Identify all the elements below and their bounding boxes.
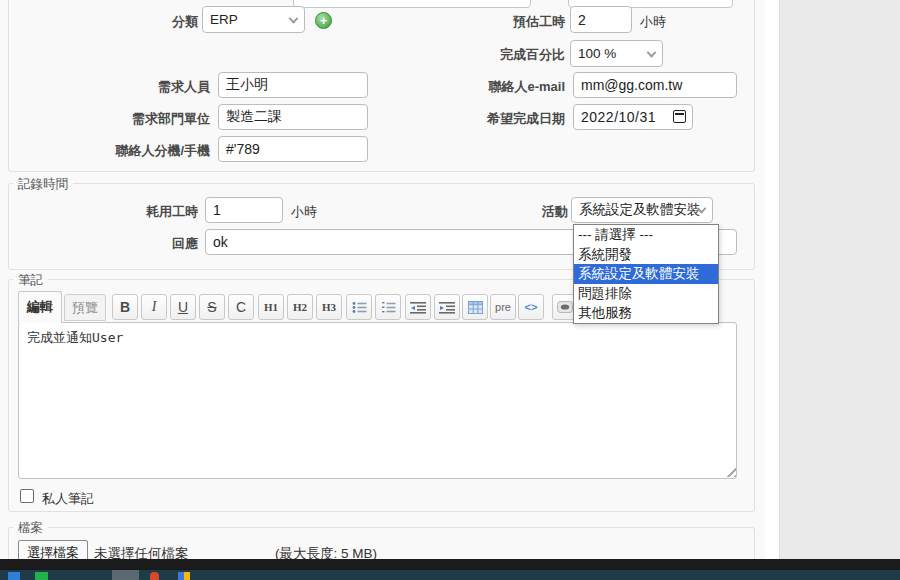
contact-email-label: 聯絡人e-mail xyxy=(385,78,565,96)
spent-hours-input[interactable] xyxy=(205,197,283,223)
requester-label: 需求人員 xyxy=(30,78,210,96)
notes-textarea[interactable]: 完成並通知User xyxy=(18,322,737,479)
notes-legend: 筆記 xyxy=(13,272,48,289)
tab-preview[interactable]: 預覽 xyxy=(64,294,106,321)
taskbar[interactable] xyxy=(0,570,900,580)
inline-code-button[interactable]: C xyxy=(228,294,254,320)
contact-email-input[interactable] xyxy=(573,72,737,98)
files-legend: 檔案 xyxy=(13,520,48,537)
chevron-down-icon xyxy=(289,13,299,23)
preformatted-button[interactable]: pre xyxy=(490,294,516,320)
tab-edit[interactable]: 編輯 xyxy=(18,291,62,323)
window-bottom-edge xyxy=(0,559,900,570)
contact-phone-input[interactable] xyxy=(218,136,368,162)
activity-option[interactable]: --- 請選擇 --- xyxy=(574,225,718,245)
taskbar-app-icon-blue[interactable] xyxy=(8,572,20,580)
add-category-button[interactable]: + xyxy=(315,12,332,29)
desktop-background xyxy=(779,0,900,580)
activity-select[interactable]: 系統設定及軟體安裝 xyxy=(571,197,713,223)
underline-button[interactable]: U xyxy=(170,294,196,320)
done-ratio-label: 完成百分比 xyxy=(385,46,565,64)
indent-icon[interactable] xyxy=(434,294,460,320)
contact-phone-label: 聯絡人分機/手機 xyxy=(30,142,210,160)
strikethrough-button[interactable]: S xyxy=(199,294,225,320)
estimated-hours-input[interactable] xyxy=(570,6,632,33)
chevron-down-icon xyxy=(647,47,657,57)
log-time-legend: 記錄時間 xyxy=(13,176,73,193)
activity-option[interactable]: 系統開發 xyxy=(574,245,718,265)
calendar-icon[interactable] xyxy=(673,110,686,123)
page-scrollbar[interactable] xyxy=(765,0,779,559)
subject-input-cutoff[interactable] xyxy=(293,0,531,8)
activity-option[interactable]: 其他服務 xyxy=(574,303,718,323)
private-notes-checkbox[interactable] xyxy=(20,489,34,503)
outdent-icon[interactable] xyxy=(405,294,431,320)
activity-option[interactable]: 問題排除 xyxy=(574,284,718,304)
heading3-button[interactable]: H3 xyxy=(316,294,342,320)
heading1-button[interactable]: H1 xyxy=(258,294,284,320)
private-notes-label: 私人筆記 xyxy=(42,490,94,508)
reply-label: 回應 xyxy=(18,235,198,253)
taskbar-active-app[interactable] xyxy=(112,570,139,580)
requester-input[interactable] xyxy=(218,72,368,98)
category-select[interactable]: ERP xyxy=(202,6,305,33)
bold-button[interactable]: B xyxy=(112,294,138,320)
done-ratio-select[interactable]: 100 % xyxy=(570,40,663,67)
activity-option-selected[interactable]: 系統設定及軟體安裝 xyxy=(574,264,718,284)
app-window: 分類 ERP + 預估工時 小時 完成百分比 100 % 需求人員 聯絡人e-m… xyxy=(0,0,900,580)
spent-hours-label: 耗用工時 xyxy=(18,203,198,221)
taskbar-app-icon-orange[interactable] xyxy=(150,572,159,580)
code-block-button[interactable]: <> xyxy=(518,294,544,320)
table-icon[interactable] xyxy=(462,294,488,320)
spent-hours-unit: 小時 xyxy=(291,203,317,221)
department-label: 需求部門單位 xyxy=(30,110,210,128)
taskbar-app-icon-multicolor[interactable] xyxy=(184,572,190,580)
category-label: 分類 xyxy=(18,13,198,31)
heading2-button[interactable]: H2 xyxy=(287,294,313,320)
ordered-list-icon[interactable] xyxy=(375,294,401,320)
department-input[interactable] xyxy=(218,104,368,130)
estimated-hours-unit: 小時 xyxy=(640,13,666,31)
unordered-list-icon[interactable] xyxy=(346,294,372,320)
due-date-input[interactable]: 2022/10/31 xyxy=(573,104,693,130)
activity-dropdown-list: --- 請選擇 --- 系統開發 系統設定及軟體安裝 問題排除 其他服務 xyxy=(573,224,719,324)
taskbar-app-icon-green[interactable] xyxy=(35,572,48,580)
italic-button[interactable]: I xyxy=(141,294,167,320)
estimated-hours-label: 預估工時 xyxy=(385,13,565,31)
activity-label: 活動 xyxy=(388,203,568,221)
due-date-label: 希望完成日期 xyxy=(385,110,565,128)
